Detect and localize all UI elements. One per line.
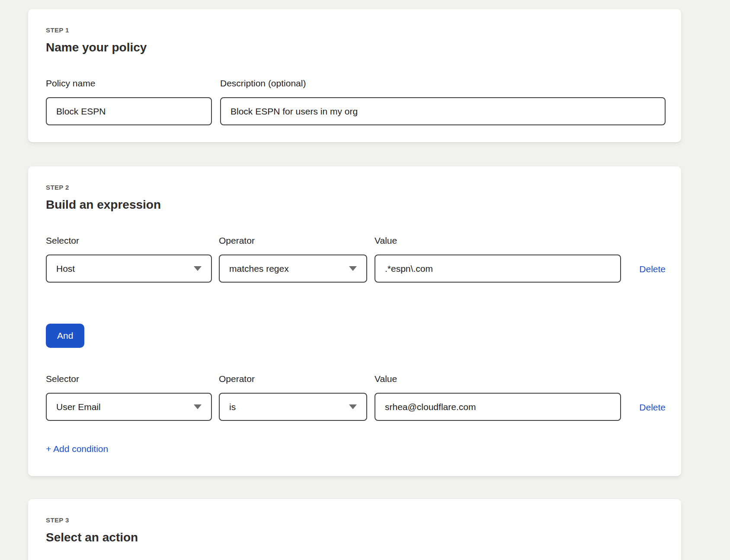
policy-builder-page: STEP 1 Name your policy Policy name Desc… <box>0 0 730 560</box>
description-field: Description (optional) <box>220 78 666 125</box>
step2-heading: Build an expression <box>46 197 666 212</box>
delete-condition-2-link[interactable]: Delete <box>639 402 666 412</box>
delete-column-2: Delete <box>639 402 666 421</box>
step1-heading: Name your policy <box>46 40 666 54</box>
policy-name-field: Policy name <box>46 78 212 125</box>
description-input[interactable] <box>220 97 666 125</box>
step1-card: STEP 1 Name your policy Policy name Desc… <box>28 9 681 142</box>
condition-row-2: Selector User Email Operator is Value De… <box>46 373 666 421</box>
selector-select-2[interactable]: User Email <box>46 393 212 421</box>
selector-select-1[interactable]: Host <box>46 255 212 283</box>
step1-fields-row: Policy name Description (optional) <box>46 78 666 125</box>
operator-label-1: Operator <box>219 235 367 246</box>
operator-select-1[interactable]: matches regex <box>219 255 367 283</box>
chevron-down-icon <box>194 266 202 271</box>
chevron-down-icon <box>194 404 202 409</box>
condition-row-1: Selector Host Operator matches regex Val… <box>46 235 666 283</box>
delete-condition-1-link[interactable]: Delete <box>639 264 666 274</box>
selector-select-1-value: Host <box>56 264 75 274</box>
step2-label: STEP 2 <box>46 184 666 191</box>
step3-label: STEP 3 <box>46 516 666 524</box>
delete-column-1: Delete <box>639 264 666 283</box>
chevron-down-icon <box>349 404 357 409</box>
step2-card: STEP 2 Build an expression Selector Host… <box>28 166 681 476</box>
value-label-1: Value <box>375 235 621 246</box>
operator-field-1: Operator matches regex <box>219 235 367 283</box>
value-input-1[interactable] <box>375 255 621 283</box>
and-button[interactable]: And <box>46 324 84 348</box>
value-field-2: Value <box>375 373 621 421</box>
step3-card: STEP 3 Select an action <box>28 499 681 560</box>
chevron-down-icon <box>349 266 357 271</box>
operator-field-2: Operator is <box>219 373 367 421</box>
description-label: Description (optional) <box>220 78 666 89</box>
selector-label-2: Selector <box>46 373 212 384</box>
operator-select-1-value: matches regex <box>229 264 289 274</box>
step3-heading: Select an action <box>46 530 666 544</box>
selector-field-2: Selector User Email <box>46 373 212 421</box>
step1-label: STEP 1 <box>46 26 666 34</box>
value-label-2: Value <box>375 373 621 384</box>
selector-select-2-value: User Email <box>56 402 101 412</box>
selector-label-1: Selector <box>46 235 212 246</box>
operator-select-2[interactable]: is <box>219 393 367 421</box>
add-condition-link[interactable]: + Add condition <box>46 444 108 454</box>
value-input-2[interactable] <box>375 393 621 421</box>
operator-select-2-value: is <box>229 402 236 412</box>
operator-label-2: Operator <box>219 373 367 384</box>
policy-name-input[interactable] <box>46 97 212 125</box>
policy-name-label: Policy name <box>46 78 212 89</box>
value-field-1: Value <box>375 235 621 283</box>
selector-field-1: Selector Host <box>46 235 212 283</box>
